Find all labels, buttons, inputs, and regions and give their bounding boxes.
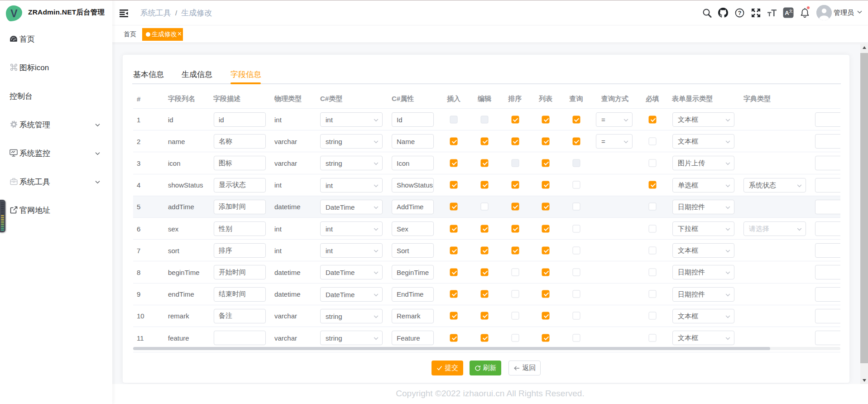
cs-type-select[interactable]: int — [320, 112, 383, 127]
extra-input[interactable] — [815, 134, 840, 149]
required-checkbox[interactable] — [649, 268, 657, 276]
refresh-button[interactable]: 刷新 — [470, 361, 501, 375]
cs-type-select[interactable]: DateTime — [320, 287, 383, 302]
sort-checkbox[interactable] — [511, 137, 519, 145]
edit-checkbox[interactable] — [481, 312, 489, 320]
extra-input[interactable] — [815, 112, 840, 127]
query-checkbox[interactable] — [572, 203, 580, 211]
sort-checkbox[interactable] — [511, 181, 519, 189]
back-button[interactable]: 返回 — [508, 361, 541, 375]
description-input[interactable] — [214, 134, 266, 149]
edit-checkbox[interactable] — [481, 159, 489, 167]
list-checkbox[interactable] — [542, 115, 550, 123]
required-checkbox[interactable] — [649, 159, 657, 167]
github-button[interactable] — [715, 0, 731, 25]
query-mode-select[interactable]: = — [596, 112, 633, 127]
insert-checkbox[interactable] — [450, 115, 458, 123]
description-input[interactable] — [214, 221, 266, 236]
cs-property-input[interactable] — [392, 331, 434, 345]
required-checkbox[interactable] — [649, 115, 657, 123]
cs-property-input[interactable] — [392, 287, 434, 302]
description-input[interactable] — [214, 287, 266, 302]
description-input[interactable] — [214, 243, 266, 258]
dict-type-select[interactable]: 系统状态 — [743, 178, 806, 192]
query-checkbox[interactable] — [572, 312, 580, 320]
list-checkbox[interactable] — [542, 312, 550, 320]
edit-checkbox[interactable] — [481, 246, 489, 254]
insert-checkbox[interactable] — [450, 268, 458, 276]
sidebar-item-6[interactable]: 官网地址 — [0, 196, 112, 224]
help-button[interactable]: ? — [731, 0, 748, 25]
vertical-scrollbar-thumb[interactable] — [860, 53, 868, 363]
sidebar-item-0[interactable]: 首页 — [0, 24, 112, 53]
query-checkbox[interactable] — [572, 290, 580, 298]
horizontal-scrollbar-thumb[interactable] — [133, 347, 770, 350]
display-type-select[interactable]: 文本框 — [672, 112, 734, 127]
sidebar-item-5[interactable]: 系统工具 — [0, 167, 112, 196]
description-input[interactable] — [214, 200, 266, 214]
required-checkbox[interactable] — [649, 312, 657, 320]
display-type-select[interactable]: 文本框 — [672, 309, 734, 323]
display-type-select[interactable]: 文本框 — [672, 134, 734, 149]
required-checkbox[interactable] — [649, 203, 657, 211]
extra-input[interactable] — [815, 221, 840, 236]
horizontal-scrollbar[interactable] — [133, 347, 840, 350]
insert-checkbox[interactable] — [450, 225, 458, 232]
translate-button[interactable]: A文 — [780, 0, 796, 25]
display-type-select[interactable]: 文本框 — [672, 331, 734, 345]
required-checkbox[interactable] — [649, 225, 657, 232]
font-size-button[interactable] — [764, 0, 780, 25]
cs-property-input[interactable] — [392, 156, 434, 170]
insert-checkbox[interactable] — [450, 334, 458, 341]
sort-checkbox[interactable] — [511, 225, 519, 232]
description-input[interactable] — [214, 156, 266, 170]
cs-property-input[interactable] — [392, 112, 434, 127]
extra-input[interactable] — [815, 243, 840, 258]
cs-type-select[interactable]: int — [320, 178, 383, 192]
description-input[interactable] — [214, 265, 266, 279]
sort-checkbox[interactable] — [511, 334, 519, 341]
cs-type-select[interactable]: DateTime — [320, 200, 383, 214]
extra-input[interactable] — [815, 309, 840, 323]
sort-checkbox[interactable] — [511, 115, 519, 123]
query-mode-select[interactable]: = — [596, 134, 633, 149]
cs-type-select[interactable]: string — [320, 309, 383, 323]
cs-property-input[interactable] — [392, 243, 434, 258]
cs-type-select[interactable]: string — [320, 156, 383, 170]
tag-item[interactable]: 首页 — [124, 26, 136, 43]
display-type-select[interactable]: 文本框 — [672, 243, 734, 258]
vertical-scrollbar[interactable] — [860, 43, 868, 384]
edit-checkbox[interactable] — [481, 137, 489, 145]
sort-checkbox[interactable] — [511, 203, 519, 211]
scroll-down-arrow[interactable] — [860, 376, 868, 384]
required-checkbox[interactable] — [649, 334, 657, 341]
sort-checkbox[interactable] — [511, 159, 519, 167]
insert-checkbox[interactable] — [450, 290, 458, 298]
query-checkbox[interactable] — [572, 268, 580, 276]
display-type-select[interactable]: 日期控件 — [672, 265, 734, 279]
required-checkbox[interactable] — [649, 137, 657, 145]
description-input[interactable] — [214, 178, 266, 192]
query-checkbox[interactable] — [572, 225, 580, 232]
dict-type-select[interactable]: 请选择 — [743, 221, 806, 236]
insert-checkbox[interactable] — [450, 312, 458, 320]
sort-checkbox[interactable] — [511, 246, 519, 254]
list-checkbox[interactable] — [542, 203, 550, 211]
cs-property-input[interactable] — [392, 200, 434, 214]
extra-input[interactable] — [815, 331, 840, 345]
list-checkbox[interactable] — [542, 246, 550, 254]
card-tab-3[interactable]: 字段信息 — [230, 68, 261, 81]
list-checkbox[interactable] — [542, 290, 550, 298]
cs-property-input[interactable] — [392, 221, 434, 236]
submit-button[interactable]: 提交 — [432, 361, 463, 375]
extra-input[interactable] — [815, 156, 840, 170]
close-icon[interactable]: × — [177, 30, 182, 38]
cs-property-input[interactable] — [392, 309, 434, 323]
query-checkbox[interactable] — [572, 115, 580, 123]
edit-checkbox[interactable] — [481, 203, 489, 211]
insert-checkbox[interactable] — [450, 159, 458, 167]
description-input[interactable] — [214, 331, 266, 345]
query-checkbox[interactable] — [572, 181, 580, 189]
insert-checkbox[interactable] — [450, 137, 458, 145]
tag-active[interactable]: 生成修改× — [142, 28, 183, 41]
